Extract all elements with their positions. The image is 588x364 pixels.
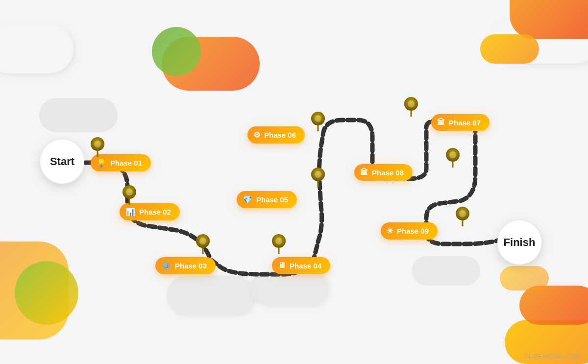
svg-point-7 [275,238,282,244]
phase-05-label: Phase 05 [256,195,288,204]
phase-08-icon: 🏛 [360,168,368,177]
phase-06-pill: ⚙ Phase 06 [247,126,305,144]
phase-06-label: Phase 06 [264,131,296,139]
phase-04-label: Phase 04 [290,262,321,270]
phase-08-pill: 🏛 Phase 08 [354,164,413,181]
svg-point-5 [199,238,206,244]
phase-01-label: Phase 01 [110,159,142,167]
pin-04 [271,233,287,254]
phase-09-icon: ✳ [387,226,393,236]
phase-08-label: Phase 08 [372,169,404,177]
finish-node: Finish [497,220,541,265]
phase-03-icon: ⚙️ [161,261,171,270]
svg-point-13 [408,100,415,107]
svg-point-9 [315,171,321,178]
finish-label: Finish [504,236,536,249]
pin-06 [310,111,326,131]
pin-02 [122,184,137,205]
phase-07-label: Phase 07 [449,119,481,127]
pin-05 [310,167,326,187]
phase-02-pill: 📊 Phase 02 [120,203,180,220]
start-node: Start [40,140,84,184]
pin-03 [195,233,211,254]
svg-point-11 [315,115,321,122]
pin-09 [455,206,470,226]
svg-point-15 [449,151,456,158]
phase-07-icon: 🏛 [437,118,445,127]
phase-09-pill: ✳ Phase 09 [381,222,438,240]
phase-04-icon: 🖥 [278,261,286,270]
road-path [0,0,588,364]
phase-01-pill: 💡 Phase 01 [91,154,151,171]
phase-09-label: Phase 09 [397,227,429,235]
pin-01 [90,136,105,157]
start-label: Start [50,155,74,168]
phase-02-label: Phase 02 [139,208,171,216]
phase-04-pill: 🖥 Phase 04 [272,257,330,274]
svg-point-1 [94,141,101,147]
watermark: SLIDEMODEL.COM [524,353,580,359]
phase-05-pill: 💎 Phase 05 [237,191,297,208]
phase-03-label: Phase 03 [175,262,207,270]
pin-07 [403,96,419,117]
svg-point-17 [459,210,466,217]
phase-03-pill: ⚙️ Phase 03 [155,257,216,274]
phase-01-icon: 💡 [97,158,106,168]
phase-02-icon: 📊 [125,207,135,217]
svg-point-3 [126,189,133,195]
slide-container: Start Finish 💡 Phase 01 📊 Phase 02 ⚙️ Ph… [0,0,588,364]
phase-06-icon: ⚙ [253,130,260,140]
phase-07-pill: 🏛 Phase 07 [431,114,490,131]
pin-08 [445,147,461,168]
phase-05-icon: 💎 [243,195,252,204]
